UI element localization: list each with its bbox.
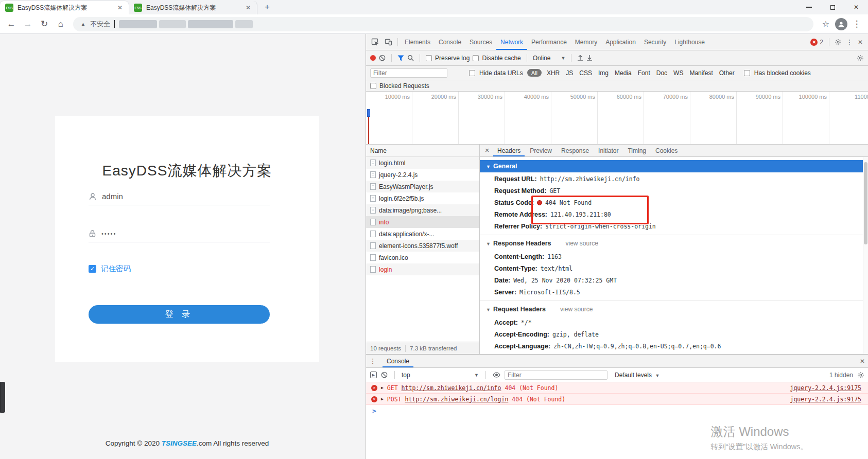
network-request-row[interactable]: favicon.ico bbox=[366, 252, 479, 263]
tab-cookies[interactable]: Cookies bbox=[651, 145, 682, 156]
request-headers-title[interactable]: ▼Request Headersview source bbox=[480, 303, 863, 316]
reload-button[interactable]: ↻ bbox=[37, 17, 51, 31]
profile-avatar[interactable] bbox=[835, 18, 847, 30]
console-prompt[interactable]: > bbox=[366, 405, 868, 416]
view-source-link[interactable]: view source bbox=[560, 306, 593, 313]
close-drawer-icon[interactable]: ✕ bbox=[856, 358, 868, 365]
type-filter-js[interactable]: JS bbox=[565, 69, 574, 77]
scrollbar-thumb[interactable] bbox=[864, 162, 867, 244]
request-url-link[interactable]: http://sm.zhiweikeji.cn/login bbox=[405, 396, 509, 403]
filter-funnel-icon[interactable] bbox=[397, 55, 404, 61]
tab-preview[interactable]: Preview bbox=[526, 145, 556, 156]
forward-button[interactable]: → bbox=[21, 17, 35, 31]
preserve-log-checkbox[interactable] bbox=[426, 55, 432, 61]
tab-close-icon[interactable]: ✕ bbox=[116, 4, 124, 11]
request-url-link[interactable]: http://sm.zhiweikeji.cn/info bbox=[402, 384, 501, 392]
address-bar[interactable]: ▲ 不安全 bbox=[73, 17, 813, 31]
type-filter-css[interactable]: CSS bbox=[578, 69, 593, 77]
network-request-row[interactable]: EasyWasmPlayer.js bbox=[366, 181, 479, 192]
network-request-row[interactable]: jquery-2.2.4.js bbox=[366, 169, 479, 181]
record-network-log-icon[interactable] bbox=[370, 55, 376, 61]
general-section-header[interactable]: ▼General bbox=[480, 160, 863, 172]
type-filter-doc[interactable]: Doc bbox=[655, 69, 668, 77]
minimize-button[interactable] bbox=[797, 0, 821, 14]
devtools-close-icon[interactable]: ✕ bbox=[855, 39, 866, 46]
type-filter-xhr[interactable]: XHR bbox=[546, 69, 561, 77]
scrollbar[interactable] bbox=[863, 157, 868, 354]
network-request-row[interactable]: data:application/x-... bbox=[366, 228, 479, 240]
login-button[interactable]: 登 录 bbox=[89, 305, 270, 324]
has-blocked-cookies-checkbox[interactable] bbox=[744, 70, 750, 76]
back-button[interactable]: ← bbox=[4, 17, 19, 31]
tab-sources[interactable]: Sources bbox=[465, 34, 496, 50]
devtools-menu-icon[interactable]: ⋮ bbox=[844, 38, 855, 46]
network-request-row[interactable]: login bbox=[366, 263, 479, 275]
network-settings-gear-icon[interactable] bbox=[857, 55, 864, 62]
view-source-link[interactable]: view source bbox=[565, 240, 598, 247]
console-filter-input[interactable] bbox=[505, 370, 607, 380]
browser-tab-2[interactable]: ESS EasyDSS流媒体解决方案 ✕ bbox=[129, 1, 257, 14]
tab-memory[interactable]: Memory bbox=[571, 34, 601, 50]
password-field[interactable] bbox=[89, 225, 270, 242]
export-har-icon[interactable] bbox=[586, 55, 593, 61]
eye-icon[interactable] bbox=[493, 372, 500, 378]
tab-headers[interactable]: Headers bbox=[493, 145, 525, 156]
remember-password-row[interactable]: ✓ 记住密码 bbox=[89, 264, 131, 274]
blocked-requests-checkbox[interactable] bbox=[370, 83, 376, 89]
maximize-button[interactable] bbox=[821, 0, 844, 14]
source-location-link[interactable]: jquery-2.2.4.js:9175 bbox=[790, 384, 861, 392]
default-levels-select[interactable]: Default levels ▼ bbox=[615, 372, 659, 379]
username-field[interactable] bbox=[89, 188, 270, 205]
request-list-name-header[interactable]: Name bbox=[366, 145, 479, 157]
type-filter-all[interactable]: All bbox=[527, 69, 542, 77]
disable-cache-checkbox[interactable] bbox=[473, 55, 479, 61]
tab-lighthouse[interactable]: Lighthouse bbox=[670, 34, 709, 50]
browser-menu-icon[interactable]: ⋮ bbox=[849, 17, 864, 31]
tab-network[interactable]: Network bbox=[496, 34, 527, 50]
type-filter-other[interactable]: Other bbox=[718, 69, 736, 77]
expand-triangle-icon[interactable]: ▶ bbox=[381, 385, 384, 390]
type-filter-manifest[interactable]: Manifest bbox=[688, 69, 714, 77]
tab-initiator[interactable]: Initiator bbox=[594, 145, 622, 156]
network-request-row[interactable]: login.6f2e2f5b.js bbox=[366, 192, 479, 204]
bookmark-star-icon[interactable]: ☆ bbox=[819, 17, 833, 31]
remember-checkbox[interactable]: ✓ bbox=[89, 265, 96, 273]
username-input[interactable] bbox=[102, 192, 246, 201]
password-input[interactable] bbox=[101, 231, 246, 237]
network-request-row-selected[interactable]: info bbox=[366, 216, 479, 228]
search-icon[interactable] bbox=[407, 55, 414, 61]
tab-security[interactable]: Security bbox=[640, 34, 670, 50]
network-filter-input[interactable] bbox=[370, 68, 447, 78]
type-filter-img[interactable]: Img bbox=[597, 69, 610, 77]
import-har-icon[interactable] bbox=[577, 55, 583, 61]
network-timeline-overview[interactable]: 10000 ms 20000 ms 30000 ms 40000 ms 5000… bbox=[366, 92, 868, 145]
tab-response[interactable]: Response bbox=[557, 145, 593, 156]
new-tab-button[interactable]: + bbox=[257, 2, 277, 14]
throttling-select[interactable]: Online bbox=[533, 55, 551, 62]
error-badge-icon[interactable]: ✕ bbox=[810, 39, 818, 46]
network-request-row[interactable]: element-icons.535877f5.woff bbox=[366, 240, 479, 252]
clear-network-log-icon[interactable] bbox=[379, 55, 386, 61]
tab-console[interactable]: Console bbox=[435, 34, 465, 50]
tab-performance[interactable]: Performance bbox=[527, 34, 571, 50]
type-filter-ws[interactable]: WS bbox=[672, 69, 684, 77]
console-settings-gear-icon[interactable] bbox=[857, 372, 864, 379]
console-context-select[interactable]: top ▼ bbox=[402, 372, 479, 379]
devtools-settings-gear-icon[interactable] bbox=[832, 39, 844, 46]
clear-console-icon[interactable] bbox=[381, 372, 388, 378]
close-window-button[interactable]: ✕ bbox=[844, 0, 868, 14]
browser-tab-1[interactable]: ESS EasyDSS流媒体解决方案 ✕ bbox=[0, 1, 129, 14]
type-filter-font[interactable]: Font bbox=[637, 69, 651, 77]
type-filter-media[interactable]: Media bbox=[614, 69, 633, 77]
network-request-row[interactable]: login.html bbox=[366, 157, 479, 169]
tab-application[interactable]: Application bbox=[601, 34, 640, 50]
tab-elements[interactable]: Elements bbox=[401, 34, 435, 50]
console-drawer-tab[interactable]: Console bbox=[383, 355, 413, 367]
tab-timing[interactable]: Timing bbox=[623, 145, 650, 156]
close-details-icon[interactable]: ✕ bbox=[482, 147, 492, 154]
not-secure-label[interactable]: 不安全 bbox=[90, 20, 110, 29]
hide-data-urls-checkbox[interactable] bbox=[469, 70, 475, 76]
home-button[interactable]: ⌂ bbox=[54, 17, 68, 31]
tab-close-icon[interactable]: ✕ bbox=[245, 4, 252, 11]
inspect-element-icon[interactable] bbox=[368, 38, 381, 46]
